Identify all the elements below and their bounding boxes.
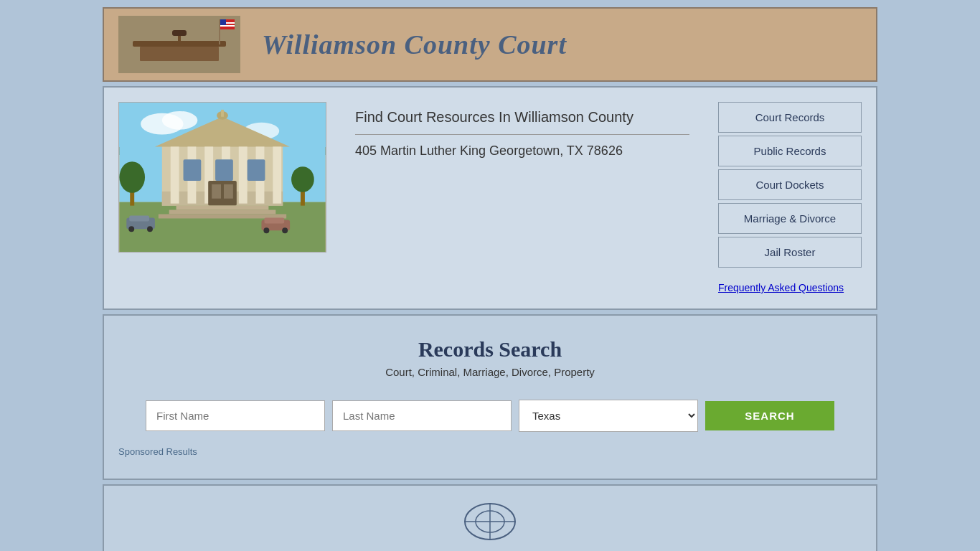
- search-section: Records Search Court, Criminal, Marriage…: [103, 314, 877, 480]
- search-title: Records Search: [118, 337, 862, 362]
- svg-point-13: [162, 111, 198, 130]
- main-info: Find Court Resources In Williamson Count…: [341, 102, 704, 294]
- svg-point-46: [282, 227, 288, 233]
- sponsored-results-label: Sponsored Results: [118, 446, 862, 457]
- svg-point-42: [147, 226, 153, 232]
- svg-rect-30: [212, 184, 221, 199]
- svg-rect-23: [239, 146, 248, 203]
- nav-public-records[interactable]: Public Records: [718, 136, 862, 166]
- svg-rect-44: [264, 217, 284, 223]
- search-subtitle: Court, Criminal, Marriage, Divorce, Prop…: [118, 366, 862, 378]
- find-resources-title: Find Court Resources In Williamson Count…: [355, 109, 689, 126]
- bottom-logo: [461, 500, 519, 543]
- courthouse-image: [118, 102, 326, 253]
- search-button[interactable]: SEARCH: [705, 401, 834, 430]
- main-section: Find Court Resources In Williamson Count…: [103, 86, 877, 310]
- svg-rect-33: [169, 210, 276, 215]
- svg-rect-32: [176, 206, 269, 210]
- svg-rect-4: [172, 30, 187, 36]
- faq-link[interactable]: Frequently Asked Questions: [718, 282, 844, 293]
- first-name-input[interactable]: [146, 400, 325, 431]
- svg-rect-27: [215, 159, 233, 181]
- svg-point-38: [291, 166, 314, 192]
- address-text: 405 Martin Luther King Georgetown, TX 78…: [355, 143, 689, 159]
- nav-sidebar: Court Records Public Records Court Docke…: [718, 102, 862, 294]
- svg-rect-31: [224, 184, 233, 199]
- header-title: Williamson County Court: [262, 29, 567, 60]
- nav-jail-roster[interactable]: Jail Roster: [718, 237, 862, 268]
- state-select[interactable]: AlabamaAlaskaArizonaArkansasCaliforniaCo…: [519, 400, 698, 432]
- svg-point-36: [119, 161, 145, 193]
- nav-court-dockets[interactable]: Court Dockets: [718, 169, 862, 200]
- last-name-input[interactable]: [332, 400, 512, 431]
- svg-rect-48: [221, 110, 224, 117]
- svg-rect-25: [273, 146, 281, 203]
- svg-rect-26: [184, 159, 202, 181]
- svg-rect-5: [178, 36, 181, 47]
- svg-rect-10: [220, 19, 226, 25]
- svg-rect-40: [129, 215, 149, 221]
- svg-rect-28: [248, 159, 265, 181]
- svg-point-45: [263, 227, 269, 233]
- svg-rect-6: [219, 19, 220, 44]
- svg-point-41: [128, 226, 134, 232]
- nav-court-records[interactable]: Court Records: [718, 102, 862, 133]
- search-form: AlabamaAlaskaArizonaArkansasCaliforniaCo…: [118, 400, 862, 432]
- svg-rect-3: [140, 47, 219, 61]
- header-section: Williamson County Court: [103, 7, 877, 82]
- bottom-section: [103, 484, 877, 551]
- divider: [355, 134, 689, 135]
- svg-rect-9: [220, 25, 235, 27]
- svg-rect-19: [171, 146, 179, 203]
- nav-marriage-divorce[interactable]: Marriage & Divorce: [718, 203, 862, 234]
- header-logo: [118, 16, 240, 73]
- courthouse-header-image: [118, 16, 240, 73]
